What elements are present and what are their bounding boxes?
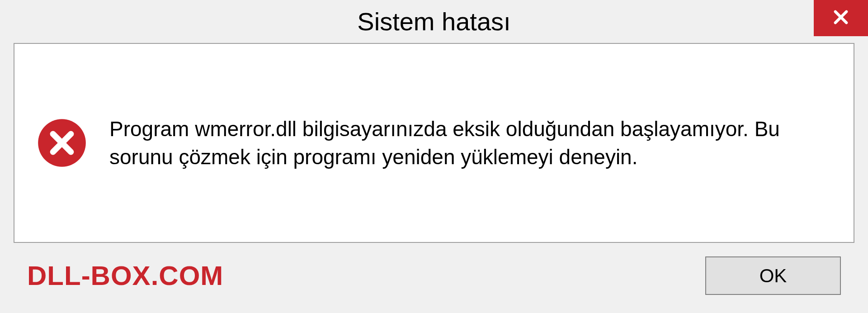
close-icon [831, 8, 850, 28]
error-message: Program wmerror.dll bilgisayarınızda eks… [109, 115, 831, 171]
close-button[interactable] [814, 0, 868, 36]
dialog-footer: DLL-BOX.COM OK [0, 243, 868, 313]
error-icon [37, 118, 87, 168]
titlebar: Sistem hatası [0, 0, 868, 43]
ok-button[interactable]: OK [705, 256, 841, 295]
error-dialog: Sistem hatası Program wmerror.dll bilgis… [0, 0, 868, 313]
dialog-title: Sistem hatası [357, 7, 510, 36]
content-panel: Program wmerror.dll bilgisayarınızda eks… [14, 43, 854, 243]
watermark-text: DLL-BOX.COM [27, 260, 223, 291]
